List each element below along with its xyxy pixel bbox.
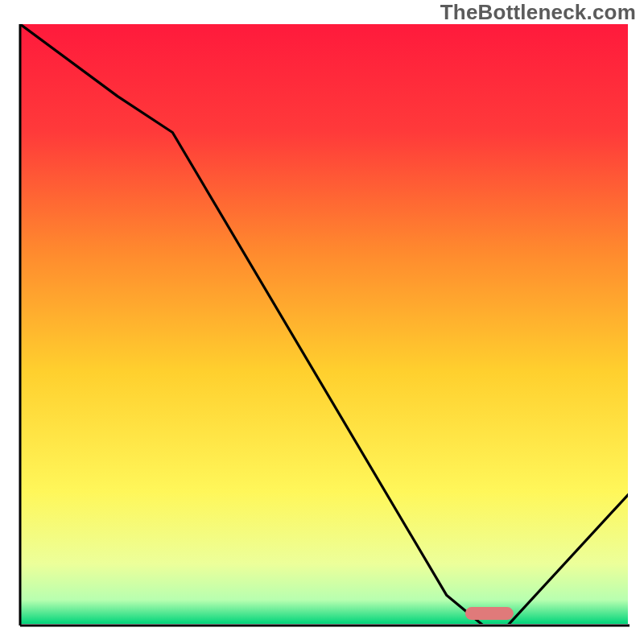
gradient-background: [20, 24, 628, 624]
annotation-pill: [465, 607, 514, 620]
chart-svg: [0, 0, 644, 644]
bottleneck-chart: TheBottleneck.com: [0, 0, 644, 644]
